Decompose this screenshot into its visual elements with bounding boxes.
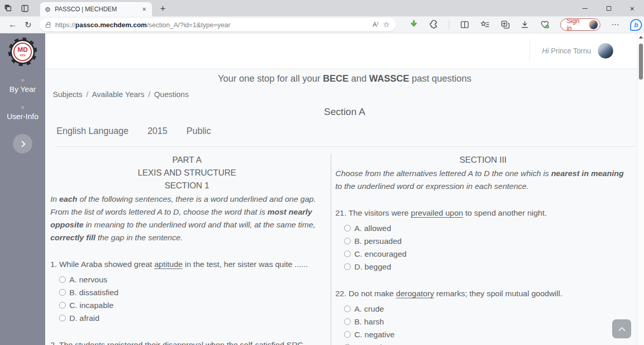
tab-title: PASSCO | MECHDEM (55, 6, 137, 13)
radio-button[interactable] (344, 225, 351, 232)
question-number: 21. (335, 208, 349, 217)
radio-button[interactable] (344, 251, 351, 257)
answer-option[interactable]: C. negative (344, 328, 631, 341)
toolbar-divider (449, 20, 449, 29)
settings-more-icon[interactable]: ⋯ (611, 20, 619, 29)
option-label: A. nervous (69, 275, 107, 284)
breadcrumb-item[interactable]: Available Years (92, 90, 144, 99)
lock-icon[interactable] (46, 24, 50, 28)
page-scrollbar[interactable] (637, 33, 644, 345)
refresh-icon[interactable]: ↻ (21, 17, 36, 32)
close-button[interactable]: × (620, 0, 644, 16)
toolbar-icon-cluster: Sign in ⋯ b (409, 18, 639, 31)
option-label: C. incapable (69, 301, 113, 310)
extensions-icon[interactable] (429, 20, 439, 29)
breadcrumb-separator: / (83, 90, 92, 99)
favorite-star-icon[interactable]: ☆ (383, 20, 390, 29)
collections-icon[interactable] (480, 20, 490, 29)
option-label: B. persuaded (354, 237, 402, 246)
answer-option[interactable]: C. incapable (59, 299, 324, 312)
sidebar-expand-button[interactable] (13, 134, 32, 154)
minimize-button[interactable] (573, 0, 597, 16)
new-tab-button[interactable]: + (156, 2, 169, 15)
answer-option[interactable]: D. afraid (59, 312, 324, 324)
copilot-bing-icon[interactable]: b (630, 19, 642, 31)
breadcrumb-item[interactable]: Questions (154, 90, 189, 99)
answer-option[interactable]: C. encouraged (344, 247, 631, 260)
main-content: Hi Prince Tornu Your one stop for all yo… (45, 33, 644, 345)
option-label: D. afraid (69, 314, 100, 323)
scrollbar-thumb[interactable] (639, 44, 643, 80)
radio-button[interactable] (344, 238, 351, 244)
restore-button[interactable] (597, 0, 620, 16)
radio-button[interactable] (344, 263, 351, 270)
scroll-to-top-button[interactable] (612, 319, 631, 338)
answer-option[interactable]: B. dissatisfied (59, 286, 324, 299)
option-label: A. crude (354, 304, 384, 314)
greeting-text: Hi Prince Tornu (542, 47, 591, 55)
site-header: Hi Prince Tornu (45, 33, 644, 68)
radio-button[interactable] (59, 315, 66, 321)
radio-button[interactable] (59, 276, 66, 283)
user-avatar[interactable] (598, 43, 613, 59)
column-heading: PART A (50, 154, 324, 166)
question-column-left: PART ALEXIS AND STRUCTURESECTION 1In eac… (50, 154, 331, 345)
sidebar-item-user-info[interactable]: » User-Info (7, 104, 39, 121)
radio-button[interactable] (344, 331, 351, 338)
column-heading: SECTION 1 (50, 179, 324, 192)
user-greeting-area: Hi Prince Tornu (529, 40, 613, 62)
breadcrumb-item[interactable]: Subjects (53, 90, 83, 99)
sign-in-button[interactable]: Sign in (560, 18, 600, 31)
radio-button[interactable] (344, 305, 351, 312)
vertical-tabs-icon[interactable] (16, 0, 33, 16)
page-title: Section A (45, 106, 644, 118)
downloads-icon[interactable] (520, 20, 529, 29)
scrollbar-up-arrow-icon[interactable] (639, 36, 643, 39)
option-label: D. begged (354, 262, 391, 272)
answer-option[interactable]: A. crude (344, 302, 631, 315)
answer-option[interactable]: B. harsh (344, 315, 631, 328)
radio-button[interactable] (59, 289, 66, 296)
window-controls: × (573, 0, 644, 16)
year-label: 2015 (147, 126, 167, 137)
back-icon[interactable]: ← (5, 17, 21, 32)
breadcrumb-separator: / (144, 90, 154, 99)
profile-avatar (589, 20, 598, 29)
radio-button[interactable] (344, 318, 351, 325)
address-bar[interactable]: https://passco.mechdem.com/section_A/?id… (40, 18, 396, 31)
split-screen-icon[interactable] (460, 20, 469, 29)
read-aloud-icon[interactable]: A) (373, 21, 378, 28)
column-heading: LEXIS AND STRUCTURE (50, 166, 324, 179)
question-columns: PART ALEXIS AND STRUCTURESECTION 1In eac… (45, 154, 644, 345)
browser-essentials-icon[interactable] (540, 20, 550, 29)
answer-option[interactable]: B. persuaded (344, 235, 631, 247)
sidebar-item-label: By Year (9, 85, 36, 93)
options-list: A. crudeB. harshC. negativeD. cruel (344, 302, 631, 345)
answer-option[interactable]: A. allowed (344, 222, 631, 235)
chevron-up-icon (618, 327, 625, 334)
logo-text: MD (17, 46, 28, 53)
tab-close-icon[interactable]: × (141, 6, 147, 13)
answer-option[interactable]: A. nervous (59, 273, 324, 286)
question: 1. While Araba showed great aptitude in … (50, 258, 324, 324)
question-number: 22. (335, 289, 349, 298)
mechdem-logo[interactable]: MD </> (8, 37, 37, 66)
answer-option[interactable]: D. cruel (344, 341, 631, 345)
url-text[interactable]: https://passco.mechdem.com/section_A/?id… (55, 21, 368, 29)
radio-button[interactable] (59, 302, 66, 309)
sign-in-label: Sign in (566, 17, 585, 32)
answer-option[interactable]: D. begged (344, 260, 631, 273)
subject-label: English Language (56, 126, 128, 137)
browser-tab[interactable]: ⚙ PASSCO | MECHDEM × (40, 2, 152, 16)
question-text: 21. The visitors were prevailed upon to … (335, 206, 631, 219)
chevron-double-right-icon: » (9, 76, 36, 83)
smartscreen-download-icon[interactable] (409, 20, 419, 29)
section-instructions: In each of the following sentences, ther… (50, 193, 324, 244)
sidebar-item-by-year[interactable]: » By Year (9, 76, 36, 93)
tab-groups-icon[interactable] (501, 20, 510, 29)
workspaces-icon[interactable] (0, 0, 16, 16)
section-instructions: Choose from the alternatives lettered A … (335, 167, 631, 193)
option-label: D. cruel (354, 343, 382, 345)
logo-code-text: </> (20, 53, 26, 57)
option-label: A. allowed (354, 224, 391, 233)
